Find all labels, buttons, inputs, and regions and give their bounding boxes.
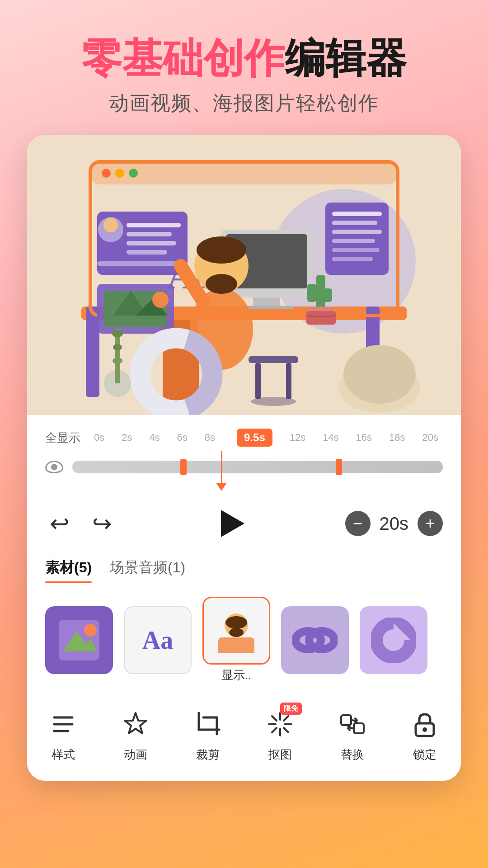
free-badge: 限免	[280, 703, 302, 715]
controls-section: ↩ ↪ − 20s +	[27, 499, 461, 553]
tool-replace[interactable]: 替换	[334, 706, 371, 763]
svg-marker-72	[125, 713, 146, 733]
tool-crop-icon-wrap	[190, 706, 226, 742]
style-icon	[50, 711, 77, 738]
play-button[interactable]	[215, 508, 247, 539]
time-6: 6s	[177, 432, 188, 443]
timeline-track	[72, 461, 443, 473]
time-18: 18s	[389, 432, 405, 443]
tool-style-label: 样式	[52, 747, 75, 763]
eye-icon[interactable]	[45, 461, 63, 473]
svg-point-88	[422, 727, 427, 732]
editor-card: Aa	[27, 135, 461, 781]
svg-line-82	[284, 728, 288, 732]
tab-materials[interactable]: 素材(5)	[45, 558, 92, 583]
asset-item-0[interactable]	[45, 606, 113, 674]
svg-rect-23	[332, 239, 375, 243]
tool-lock[interactable]: 锁定	[407, 706, 443, 763]
svg-rect-21	[332, 221, 377, 225]
svg-point-30	[152, 292, 169, 308]
title-highlight: 零基础创作	[81, 36, 285, 81]
tool-lock-label: 锁定	[413, 747, 436, 763]
assets-tabs: 素材(5) 场景音频(1)	[45, 553, 443, 583]
magic-icon	[267, 711, 294, 738]
lock-icon	[411, 711, 438, 738]
svg-point-38	[197, 236, 246, 264]
svg-line-81	[272, 716, 277, 721]
svg-rect-56	[255, 363, 261, 399]
title-normal: 编辑器	[285, 36, 407, 81]
svg-rect-17	[127, 250, 167, 255]
undo-button[interactable]: ↩	[45, 509, 74, 538]
tool-matting-icon-wrap: 限免	[262, 706, 298, 742]
minus-button[interactable]: −	[345, 511, 371, 536]
tool-style[interactable]: 样式	[45, 706, 81, 763]
svg-rect-24	[332, 248, 380, 252]
current-time-badge: 9.5s	[237, 429, 272, 447]
timeline-section: 全显示 0s 2s 4s 6s 8s 9.5s 12s 14s 16s 18s …	[27, 415, 461, 499]
playhead-triangle	[216, 483, 227, 491]
timeline-handle-right[interactable]	[336, 459, 342, 475]
tool-replace-label: 替换	[341, 747, 364, 763]
time-8: 8s	[205, 432, 215, 443]
svg-point-10	[129, 169, 138, 178]
play-icon	[221, 510, 244, 537]
svg-rect-22	[332, 230, 382, 234]
svg-line-83	[284, 716, 288, 721]
control-buttons-left: ↩ ↪	[45, 509, 117, 538]
asset-thumb-0	[45, 606, 113, 674]
playhead-line	[221, 451, 222, 483]
asset-item-3[interactable]	[281, 606, 349, 674]
svg-point-53	[113, 344, 122, 350]
time-2: 2s	[122, 432, 132, 443]
timeline-bar-wrapper[interactable]	[45, 453, 443, 481]
tool-replace-icon-wrap	[334, 706, 371, 742]
svg-rect-25	[332, 257, 373, 261]
crop-icon	[194, 711, 221, 738]
svg-rect-43	[323, 288, 332, 302]
svg-rect-15	[127, 232, 172, 236]
assets-section: 素材(5) 场景音频(1)	[27, 553, 461, 697]
tool-lock-icon-wrap	[407, 706, 443, 742]
timeline-playhead[interactable]	[216, 451, 227, 491]
tool-style-icon-wrap	[45, 706, 81, 742]
duration-text: 20s	[380, 514, 409, 534]
svg-rect-20	[332, 212, 382, 216]
svg-point-9	[115, 169, 124, 178]
replace-icon	[339, 711, 366, 738]
tool-animation[interactable]: 动画	[117, 706, 154, 763]
svg-point-58	[251, 397, 296, 406]
plus-button[interactable]: +	[418, 511, 443, 536]
assets-grid: Aa 显示..	[45, 597, 443, 683]
timeline-active	[72, 461, 443, 473]
asset-thumb-1: Aa	[124, 606, 192, 674]
svg-rect-55	[249, 356, 298, 363]
svg-rect-85	[341, 715, 351, 725]
time-14: 14s	[323, 432, 338, 443]
time-0: 0s	[94, 432, 104, 443]
subtitle: 动画视频、海报图片轻松创作	[0, 90, 488, 117]
svg-rect-57	[286, 363, 291, 399]
redo-button[interactable]: ↪	[88, 509, 117, 538]
tool-matting[interactable]: 限免 抠图	[262, 706, 298, 763]
timeline-handle-left[interactable]	[180, 459, 187, 475]
asset-item-1[interactable]: Aa	[124, 606, 192, 674]
asset-thumb-2	[202, 597, 270, 665]
svg-point-63	[225, 616, 247, 629]
tool-matting-label: 抠图	[268, 747, 292, 763]
svg-rect-65	[218, 637, 254, 653]
svg-point-8	[102, 169, 111, 178]
tool-crop[interactable]: 裁剪	[190, 706, 226, 763]
svg-point-39	[206, 274, 237, 294]
svg-rect-34	[253, 297, 280, 307]
tab-audio[interactable]: 场景音频(1)	[110, 558, 185, 583]
time-20: 20s	[422, 432, 438, 443]
time-4: 4s	[149, 432, 160, 443]
svg-rect-86	[354, 723, 364, 733]
time-16: 16s	[356, 432, 372, 443]
svg-rect-14	[127, 223, 181, 227]
asset-item-2[interactable]: 显示..	[202, 597, 270, 683]
asset-item-4[interactable]	[360, 606, 427, 674]
svg-point-64	[229, 628, 244, 637]
svg-point-54	[113, 358, 122, 364]
